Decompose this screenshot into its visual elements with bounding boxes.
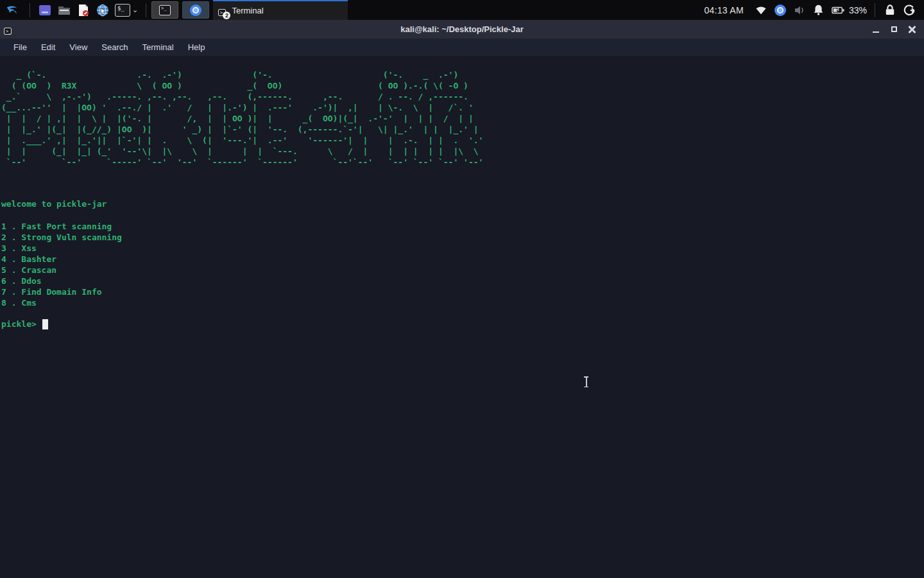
folder-launcher[interactable]: [55, 1, 74, 19]
battery-icon[interactable]: [831, 3, 845, 17]
tool-menu: 1 . Fast Port scanning 2 . Strong Vuln s…: [1, 221, 924, 308]
kali-logo-icon: [6, 4, 19, 17]
menu-view[interactable]: View: [62, 40, 94, 55]
taskbar-left: $_ ⌄ >_ >_ 2 Terminal: [0, 0, 348, 20]
maximize-icon: [891, 26, 897, 32]
menu-edit[interactable]: Edit: [34, 40, 62, 55]
battery-percent-label: 33%: [849, 5, 867, 15]
menu-option-6: 6 . Ddos: [1, 276, 924, 286]
minimize-icon: [873, 31, 879, 33]
menu-option-2: 2 . Strong Vuln scanning: [1, 232, 924, 243]
welcome-text: welcome to pickle-jar: [1, 198, 924, 209]
globe-cursor-icon: [96, 4, 109, 17]
terminal-launcher-icon: $_: [115, 4, 130, 17]
close-button[interactable]: [906, 24, 918, 35]
active-task-label: Terminal: [232, 6, 263, 15]
chevron-down-icon[interactable]: ⌄: [132, 6, 138, 14]
terminal-menubar: File Edit View Search Terminal Help: [0, 39, 924, 56]
chromium-icon: [189, 4, 202, 17]
panel-separator: [146, 3, 146, 17]
menu-help[interactable]: Help: [181, 40, 212, 55]
menu-terminal[interactable]: Terminal: [135, 40, 181, 55]
terminal-launcher[interactable]: $_ ⌄: [112, 1, 141, 19]
panel-separator: [875, 3, 875, 17]
prompt-label: pickle>: [1, 319, 37, 329]
taskbar: $_ ⌄ >_ >_ 2 Terminal 04:13 AM: [0, 0, 924, 20]
window-titlebar[interactable]: >_ kali@kali: ~/Desktop/Pickle-Jar: [0, 20, 924, 39]
window-list-chromium-button[interactable]: [182, 1, 209, 19]
chromium-tray-icon[interactable]: [773, 3, 787, 17]
notifications-bell-icon[interactable]: [812, 3, 826, 17]
mouse-cursor-ibeam: [583, 376, 589, 387]
menu-option-4: 4 . Bashter: [1, 254, 924, 265]
terminal-screen[interactable]: _ (`-. .-. .-') ('-. ('-. _ .-') ( (OO )…: [0, 56, 924, 578]
folder-icon: [58, 4, 71, 17]
file-manager-icon: [38, 4, 51, 17]
terminal-window-icon: >_: [159, 5, 171, 15]
menu-option-3: 3 . Xss: [1, 243, 924, 254]
text-editor-launcher[interactable]: [74, 1, 93, 19]
minimize-button[interactable]: [870, 24, 882, 35]
panel-separator: [30, 3, 30, 17]
maximize-button[interactable]: [888, 24, 900, 35]
prompt-line[interactable]: pickle>: [1, 319, 924, 329]
kali-menu-button[interactable]: [0, 1, 24, 19]
window-title: kali@kali: ~/Desktop/Pickle-Jar: [0, 24, 924, 34]
text-editor-icon: [77, 4, 90, 17]
window-controls: [870, 24, 924, 35]
menu-search[interactable]: Search: [94, 40, 135, 55]
file-manager-launcher[interactable]: [35, 1, 55, 19]
window-count-badge: 2: [223, 12, 230, 19]
menu-option-7: 7 . Find Domain Info: [1, 286, 924, 297]
volume-icon[interactable]: [792, 3, 807, 17]
browser-launcher[interactable]: [93, 1, 112, 19]
menu-file[interactable]: File: [6, 40, 34, 55]
taskbar-tray: 04:13 AM: [704, 0, 924, 20]
window-list-terminal-button[interactable]: >_: [151, 1, 178, 19]
lock-screen-icon[interactable]: [883, 3, 897, 17]
menu-option-1: 1 . Fast Port scanning: [1, 221, 924, 232]
terminal-cursor: [42, 319, 48, 329]
close-icon: [909, 26, 916, 33]
active-task-terminal-button[interactable]: >_ 2 Terminal: [213, 0, 348, 20]
menu-option-8: 8 . Cms: [1, 297, 924, 308]
logout-power-icon[interactable]: [902, 3, 916, 17]
ascii-art-banner: _ (`-. .-. .-') ('-. ('-. _ .-') ( (OO )…: [1, 69, 924, 168]
wifi-icon[interactable]: [754, 3, 768, 17]
menu-option-5: 5 . Crascan: [1, 265, 924, 276]
clock: 04:13 AM: [704, 5, 744, 15]
